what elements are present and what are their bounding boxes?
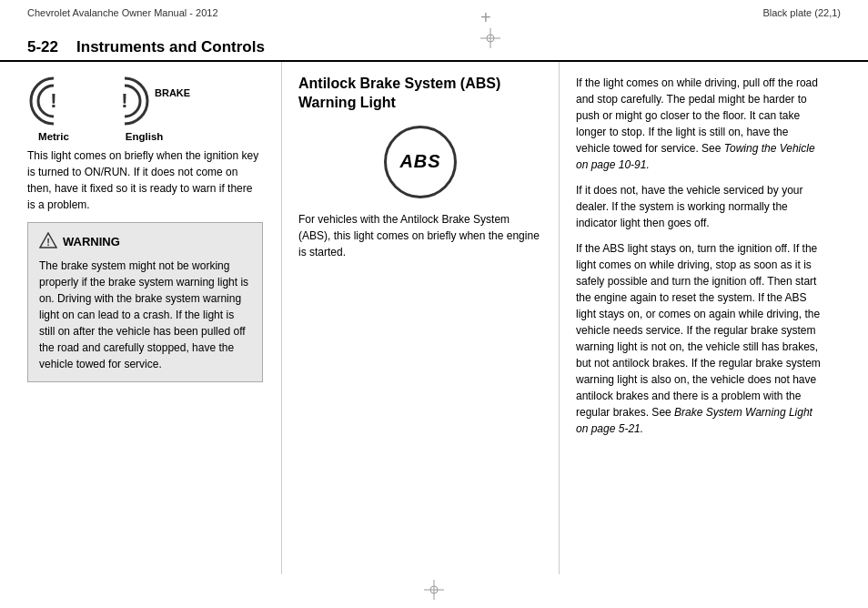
header-right: Black plate (22,1): [762, 7, 841, 18]
towing-link: Towing the Vehicle on page 10-91.: [576, 142, 815, 171]
section-title: Instruments and Controls: [76, 38, 265, 56]
warning-title: ! WARNING: [39, 232, 251, 251]
header-left: Chevrolet Avalanche Owner Manual - 2012: [27, 7, 218, 18]
brake-metric-icon: !: [27, 75, 80, 127]
header-center: [480, 7, 500, 27]
brake-metric-label: Metric: [38, 131, 69, 142]
svg-text:!: !: [46, 237, 50, 248]
left-column: ! Metric: [0, 62, 282, 574]
right-paragraph-2: If it does not, have the vehicle service…: [576, 182, 823, 231]
page-footer: [0, 574, 868, 608]
abs-section-title: Antilock Brake System (ABS) Warning Ligh…: [298, 75, 542, 113]
right-paragraph-3: If the ABS light stays on, turn the igni…: [576, 240, 823, 437]
abs-icon-container: ABS: [298, 126, 542, 198]
middle-column: Antilock Brake System (ABS) Warning Ligh…: [282, 62, 560, 574]
abs-icon: ABS: [384, 126, 457, 198]
brake-english-group: ! BRAKE English: [98, 75, 190, 142]
abs-label: ABS: [399, 151, 440, 172]
brake-system-link: Brake System Warning Light on page 5-21.: [576, 406, 812, 435]
svg-text:!: !: [121, 89, 127, 112]
crosshair-icon: [480, 7, 500, 27]
section-number: 5-22: [27, 38, 58, 56]
right-column: If the light comes on while driving, pul…: [560, 62, 841, 574]
brake-icons-row: ! Metric: [27, 75, 263, 142]
warning-box: ! WARNING The brake system might not be …: [27, 222, 263, 382]
brake-metric-group: ! Metric: [27, 75, 80, 142]
brake-english-label: English: [126, 131, 164, 142]
brake-english-icon: !: [98, 75, 151, 127]
svg-text:!: !: [50, 89, 56, 112]
intro-paragraph: This light comes on briefly when the ign…: [27, 147, 263, 213]
right-paragraph-1: If the light comes on while driving, pul…: [576, 75, 823, 173]
brake-text-label: BRAKE: [155, 87, 190, 98]
warning-triangle-icon: !: [39, 232, 57, 251]
warning-body: The brake system might not be working pr…: [39, 258, 251, 372]
abs-paragraph: For vehicles with the Antilock Brake Sys…: [298, 211, 542, 260]
footer-crosshair-icon: [424, 580, 444, 603]
